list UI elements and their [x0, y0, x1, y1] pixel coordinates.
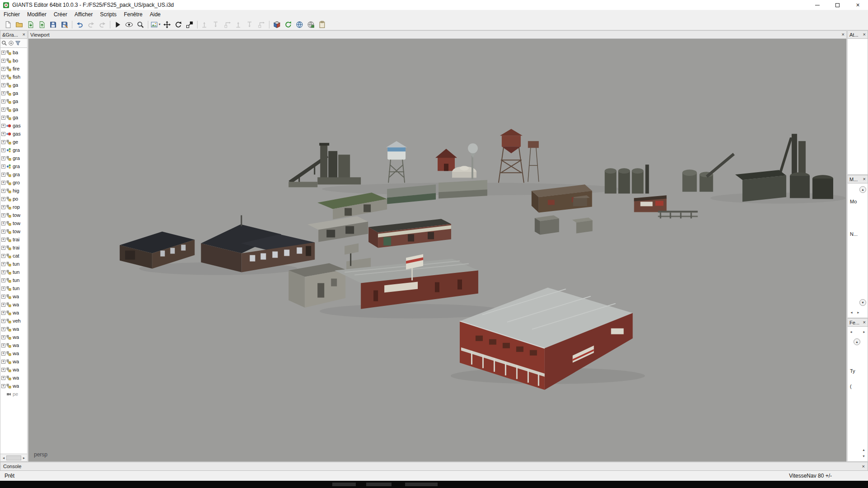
texture-paint-mode-button[interactable]: ▼	[151, 19, 161, 29]
expand-icon[interactable]: +	[1, 59, 5, 63]
scenegraph-node[interactable]: +gra	[0, 146, 27, 154]
expand-icon[interactable]: +	[1, 230, 5, 234]
fe-scroll-down-icon[interactable]: ▼	[862, 455, 865, 458]
expand-icon[interactable]: +	[1, 295, 5, 299]
expand-icon[interactable]: +	[1, 164, 5, 169]
scenegraph-node[interactable]: pe	[0, 390, 27, 398]
scenegraph-node[interactable]: +gra	[0, 170, 27, 178]
menu-afficher[interactable]: Afficher	[71, 10, 96, 19]
translate-tool-button[interactable]	[162, 19, 172, 29]
scenegraph-node[interactable]: +tow	[0, 227, 27, 235]
menu-scripts[interactable]: Scripts	[96, 10, 120, 19]
reload-textures-button[interactable]	[283, 19, 293, 29]
fe-scroll-left-icon[interactable]: ◄	[849, 330, 853, 333]
console-close-icon[interactable]: ×	[862, 464, 865, 469]
search-icon[interactable]	[1, 40, 7, 46]
scenegraph-node[interactable]: +ba	[0, 48, 27, 56]
attributes-close-icon[interactable]: ×	[863, 32, 866, 37]
viewport-close-icon[interactable]: ×	[842, 32, 844, 37]
expand-icon[interactable]: +	[1, 384, 5, 388]
scenegraph-node[interactable]: +wa	[0, 374, 27, 382]
expand-icon[interactable]: +	[1, 376, 5, 380]
scenegraph-node[interactable]: +wa	[0, 357, 27, 366]
expand-icon[interactable]: +	[1, 51, 5, 55]
maximize-button[interactable]	[827, 0, 848, 10]
scenegraph-node[interactable]: +wa	[0, 333, 27, 341]
scenegraph-node[interactable]: +tun	[0, 276, 27, 284]
expand-icon[interactable]: +	[1, 75, 5, 79]
expand-icon[interactable]: +	[1, 181, 5, 185]
expand-icon[interactable]: +	[1, 368, 5, 372]
expand-icon[interactable]: +	[1, 197, 5, 201]
expand-icon[interactable]: +	[1, 205, 5, 209]
material-close-icon[interactable]: ×	[863, 177, 866, 182]
expand-icon[interactable]: +	[1, 262, 5, 266]
scenegraph-node[interactable]: +wa	[0, 349, 27, 357]
close-button[interactable]: ×	[848, 0, 868, 10]
menu-fichier[interactable]: Fichier	[0, 10, 24, 19]
expand-icon[interactable]: +	[1, 327, 5, 331]
scenegraph-node[interactable]: +po	[0, 195, 27, 203]
expand-icon[interactable]: +	[1, 311, 5, 315]
menu-aide[interactable]: Aide	[146, 10, 164, 19]
scenegraph-node[interactable]: +tun	[0, 260, 27, 268]
scenegraph-node[interactable]: +rop	[0, 203, 27, 211]
rotate-tool-button[interactable]	[173, 19, 184, 29]
expand-icon[interactable]: +	[1, 124, 5, 128]
scenegraph-node[interactable]: +veh	[0, 317, 27, 325]
scenegraph-node[interactable]: +wa	[0, 366, 27, 374]
expand-icon[interactable]: +	[1, 246, 5, 250]
expand-icon[interactable]: +	[1, 189, 5, 193]
expand-icon[interactable]: +	[1, 67, 5, 71]
new-scene-button[interactable]	[3, 19, 13, 29]
viewport-3d-canvas[interactable]: persp	[28, 39, 847, 462]
scale-tool-button[interactable]	[184, 19, 195, 29]
expand-icon[interactable]: +	[1, 254, 5, 258]
expand-icon[interactable]: +	[1, 286, 5, 291]
expand-icon[interactable]: +	[1, 238, 5, 242]
scenegraph-node[interactable]: +ga	[0, 81, 27, 89]
expand-icon[interactable]: +	[1, 343, 5, 347]
expand-icon[interactable]: +	[1, 270, 5, 274]
scenegraph-node[interactable]: +fire	[0, 65, 27, 73]
expand-icon[interactable]: +	[1, 140, 5, 144]
scenegraph-close-icon[interactable]: ×	[23, 32, 25, 37]
undo-button[interactable]	[75, 19, 85, 29]
scenegraph-node[interactable]: +ga	[0, 97, 27, 105]
scenegraph-node[interactable]: +gra	[0, 154, 27, 162]
play-button[interactable]	[113, 19, 123, 29]
scenegraph-node[interactable]: +gro	[0, 178, 27, 187]
expand-icon[interactable]: +	[1, 99, 5, 103]
scenegraph-node[interactable]: +hig	[0, 187, 27, 195]
scenegraph-node[interactable]: +ga	[0, 113, 27, 122]
scenegraph-node[interactable]: +tun	[0, 284, 27, 292]
expand-icon[interactable]: +	[1, 173, 5, 177]
material-scroll-right-icon[interactable]: ►	[857, 311, 860, 314]
scenegraph-node[interactable]: +ge	[0, 138, 27, 146]
expand-icon[interactable]: +	[1, 156, 5, 160]
scenegraph-node[interactable]: +ga	[0, 105, 27, 113]
expand-icon[interactable]: +	[1, 352, 5, 356]
shading-mode-button[interactable]	[272, 19, 282, 29]
fe-close-icon[interactable]: ×	[863, 320, 866, 325]
expand-icon[interactable]: +	[1, 221, 5, 225]
expand-icon[interactable]: +	[1, 132, 5, 136]
export-button[interactable]	[37, 19, 47, 29]
menu-creer[interactable]: Créer	[50, 10, 71, 19]
scenegraph-node[interactable]: +trai	[0, 235, 27, 244]
scroll-right-icon[interactable]: ►	[21, 456, 27, 460]
minimize-button[interactable]	[807, 0, 827, 10]
scenegraph-node[interactable]: +tun	[0, 268, 27, 276]
expand-icon[interactable]: +	[1, 108, 5, 112]
scenegraph-node[interactable]: +bo	[0, 56, 27, 65]
import-button[interactable]	[25, 19, 36, 29]
frame-selection-button[interactable]	[135, 19, 146, 29]
scenegraph-node[interactable]: +trai	[0, 244, 27, 252]
scenegraph-node[interactable]: +wa	[0, 382, 27, 390]
scenegraph-hscrollbar[interactable]: ◄ ►	[0, 454, 28, 462]
scope-icon[interactable]	[8, 40, 14, 46]
filter-icon[interactable]	[15, 40, 21, 46]
fe-scroll-right-icon[interactable]: ►	[863, 330, 866, 333]
material-scroll-up-icon[interactable]: ▲	[859, 186, 866, 193]
expand-icon[interactable]: +	[1, 91, 5, 95]
